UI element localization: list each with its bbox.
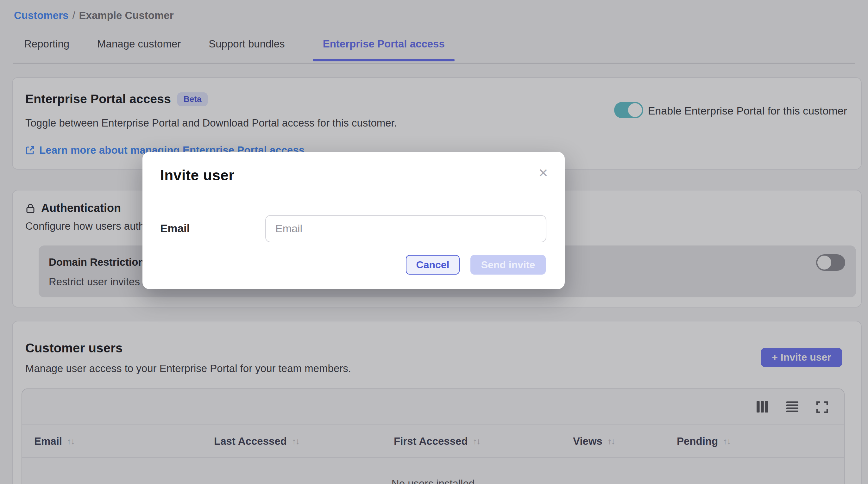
email-field[interactable] bbox=[265, 215, 547, 242]
app-window: Customers/Example Customer Reporting Man… bbox=[0, 0, 868, 484]
modal-title: Invite user bbox=[160, 167, 235, 184]
send-invite-button[interactable]: Send invite bbox=[470, 255, 546, 275]
modal-actions: Cancel Send invite bbox=[406, 255, 546, 275]
email-label: Email bbox=[160, 222, 190, 235]
cancel-button[interactable]: Cancel bbox=[406, 255, 460, 275]
invite-user-modal: Invite user ✕ Email Cancel Send invite bbox=[143, 152, 565, 289]
close-icon[interactable]: ✕ bbox=[538, 167, 548, 179]
